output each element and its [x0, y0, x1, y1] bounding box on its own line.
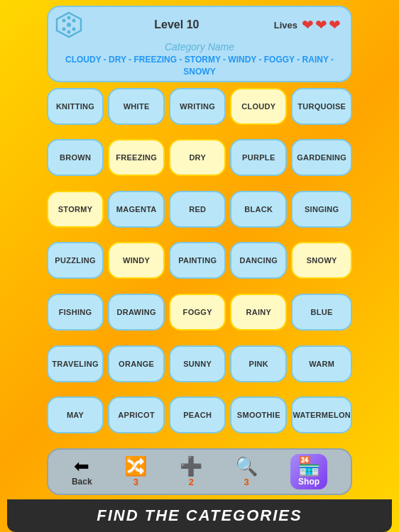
back-icon: ⬅	[74, 457, 89, 475]
header-top: Level 10 Lives ❤ ❤ ❤	[54, 10, 345, 40]
word-tile[interactable]: PAINTING	[169, 242, 226, 279]
shop-label: Shop	[298, 477, 319, 487]
word-tile[interactable]: FOGGY	[169, 294, 226, 331]
svg-point-5	[72, 28, 76, 31]
header-panel: Level 10 Lives ❤ ❤ ❤ Category Name CLOUD…	[47, 6, 352, 82]
word-tile[interactable]: WINDY	[108, 242, 165, 279]
word-tile[interactable]: ORANGE	[108, 345, 165, 382]
word-tile[interactable]: WARM	[291, 345, 352, 382]
word-tile[interactable]: MAGENTA	[108, 191, 165, 228]
bottom-bar-text: FIND THE CATEGORIES	[97, 506, 302, 525]
word-tile[interactable]: MAY	[47, 397, 104, 433]
heart-3: ❤	[329, 16, 341, 33]
word-tile[interactable]: CLOUDY	[230, 88, 287, 125]
word-tile[interactable]: BLUE	[291, 294, 352, 331]
heart-2: ❤	[315, 16, 327, 33]
shuffle-button[interactable]: 🔀 3	[124, 457, 147, 487]
word-tile[interactable]: APRICOT	[108, 397, 165, 433]
svg-point-7	[67, 31, 71, 34]
word-tile[interactable]: BROWN	[47, 139, 104, 176]
word-tile[interactable]: GARDENING	[291, 139, 352, 176]
search-count: 3	[244, 477, 249, 487]
plus-icon: ➕	[180, 457, 202, 475]
game-container: Level 10 Lives ❤ ❤ ❤ Category Name CLOUD…	[0, 0, 399, 532]
word-tile[interactable]: DRY	[169, 139, 226, 176]
shuffle-count: 3	[133, 477, 138, 487]
search-button[interactable]: 🔍 3	[235, 457, 258, 487]
word-tile[interactable]: PINK	[230, 345, 287, 382]
svg-point-6	[67, 16, 71, 20]
word-tile[interactable]: BLACK	[230, 191, 287, 228]
word-tile[interactable]: DANCING	[230, 242, 287, 279]
svg-point-4	[62, 28, 66, 31]
word-tile[interactable]: SUNNY	[169, 345, 226, 382]
level-label: Level 10	[84, 18, 270, 31]
heart-1: ❤	[302, 16, 314, 33]
word-tile[interactable]: WRITING	[169, 88, 226, 125]
lives-panel: Lives ❤ ❤ ❤	[270, 15, 345, 35]
word-tile[interactable]: PURPLE	[230, 139, 287, 176]
shop-icon: 🏪	[297, 457, 320, 475]
word-tile[interactable]: RAINY	[230, 294, 287, 331]
plus-button[interactable]: ➕ 2	[180, 457, 202, 487]
word-tile[interactable]: PUZZLING	[47, 242, 104, 279]
word-tile[interactable]: WHITE	[108, 88, 165, 125]
word-tile[interactable]: RED	[169, 191, 226, 228]
back-label: Back	[72, 477, 92, 487]
word-tile[interactable]: DRAWING	[108, 294, 165, 331]
shop-button[interactable]: 🏪 Shop	[290, 454, 327, 489]
word-tile[interactable]: PEACH	[169, 397, 226, 433]
word-tile[interactable]: SNOWY	[291, 242, 352, 279]
word-tile[interactable]: SINGING	[291, 191, 352, 228]
category-name: Category Name	[165, 41, 234, 52]
word-tile[interactable]: KNITTING	[47, 88, 104, 125]
word-tile[interactable]: SMOOTHIE	[230, 397, 287, 433]
word-tile[interactable]: STORMY	[47, 191, 104, 228]
back-button[interactable]: ⬅ Back	[72, 457, 92, 487]
shuffle-icon: 🔀	[124, 457, 147, 475]
hex-icon	[54, 10, 84, 40]
svg-point-3	[72, 19, 76, 23]
svg-point-2	[62, 19, 66, 23]
plus-count: 2	[189, 477, 194, 487]
hint-words: CLOUDY - DRY - FREEZING - STORMY - WINDY…	[54, 54, 345, 78]
svg-point-1	[67, 23, 71, 27]
word-tile[interactable]: WATERMELON	[291, 397, 352, 433]
word-grid: KNITTINGWHITEWRITINGCLOUDYTURQUOISEBROWN…	[47, 88, 352, 444]
word-tile[interactable]: FREEZING	[108, 139, 165, 176]
lives-label: Lives	[274, 20, 297, 31]
word-tile[interactable]: TURQUOISE	[291, 88, 352, 125]
bottom-bar: FIND THE CATEGORIES	[7, 499, 392, 532]
word-tile[interactable]: TRAVELING	[47, 345, 104, 382]
word-tile[interactable]: FISHING	[47, 294, 104, 331]
search-icon: 🔍	[235, 457, 258, 475]
toolbar: ⬅ Back 🔀 3 ➕ 2 🔍 3 🏪 Shop	[47, 448, 352, 495]
